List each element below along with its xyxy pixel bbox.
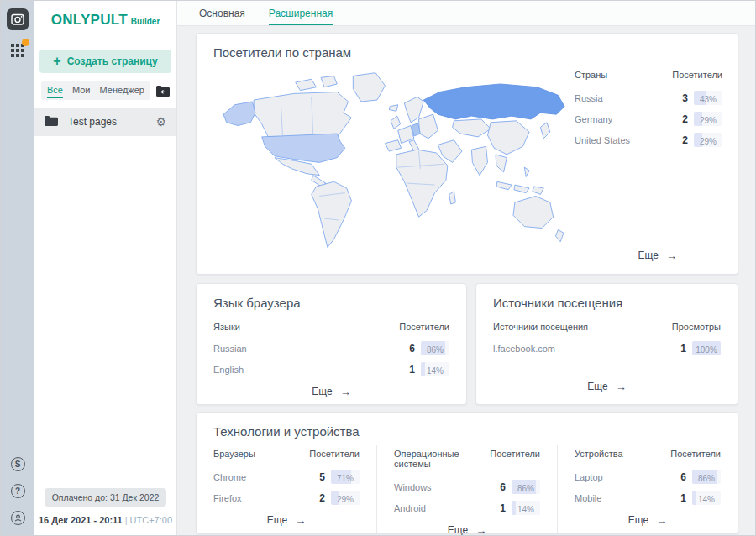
percent-badge: 100% — [692, 341, 721, 355]
card-tech-devices: Технологии и устройства Браузеры Посетит… — [196, 412, 738, 534]
country-stats: Страны Посетители Russia 3 43% Germany 2… — [575, 66, 722, 247]
card-browser-language: Язык браузера Языки Посетители Russian 6… — [196, 283, 467, 405]
table-row: Russia 3 43% — [575, 91, 722, 105]
tab-basic[interactable]: Основная — [199, 1, 245, 25]
table-row: English 1 14% — [213, 362, 449, 376]
filter-tab-mine[interactable]: Мои — [72, 85, 91, 98]
percent-badge: 86% — [421, 341, 449, 355]
percent-badge: 14% — [512, 501, 540, 515]
percent-badge: 14% — [692, 491, 721, 505]
folder-row-test-pages[interactable]: Test pages ⚙ — [34, 108, 176, 136]
logo: ONLYPULTBuilder — [34, 1, 176, 39]
folder-icon — [45, 114, 58, 129]
grid-squares — [11, 44, 24, 57]
icon-rail: S ? — [1, 1, 34, 535]
main-area: Основная Расширенная Посетители по стран… — [177, 1, 755, 535]
col-header-sources: Источники посещения — [493, 322, 588, 332]
logo-brand: ONLYPULT — [51, 12, 128, 28]
table-row: Firefox 2 29% — [213, 491, 360, 505]
col-header-browsers: Браузеры — [213, 449, 255, 459]
tech-column-devices: Устройства Посетители Laptop 6 86% Mobil… — [558, 445, 738, 533]
date-text: 16 Дек 2021 - 20:11 — [39, 515, 123, 525]
more-link-browsers[interactable]: Еще→ — [267, 514, 306, 527]
arrow-right-icon: → — [656, 514, 667, 527]
table-row: Mobile 1 14% — [575, 491, 721, 505]
tech-column-os: Операционные системы Посетители Windows … — [377, 445, 558, 533]
col-header-visitors: Посетители — [670, 449, 721, 459]
filter-row: Все Мои Менеджер — [41, 81, 170, 100]
arrow-right-icon: → — [475, 524, 486, 536]
col-header-devices: Устройства — [575, 449, 623, 459]
world-map — [212, 66, 575, 255]
table-row: Russian 6 86% — [213, 341, 449, 355]
more-link-sources[interactable]: Еще→ — [587, 381, 626, 393]
arrow-right-icon: → — [340, 386, 351, 398]
folder-label: Test pages — [68, 116, 117, 128]
app-window: S ? ONLYPULTBuilder + Создать страницу В… — [0, 0, 756, 536]
pages-panel: ONLYPULTBuilder + Создать страницу Все М… — [34, 1, 177, 535]
col-header-views: Просмотры — [672, 322, 721, 332]
col-header-visitors: Посетители — [490, 449, 540, 469]
help-icon[interactable]: ? — [11, 484, 25, 498]
col-header-visitors: Посетители — [399, 322, 449, 332]
card-title: Посетители по странам — [197, 34, 738, 66]
separator: | — [125, 515, 128, 525]
panel-bottom: Оплачено до: 31 Дек 2022 16 Дек 2021 - 2… — [34, 488, 176, 535]
more-link-devices[interactable]: Еще→ — [628, 514, 667, 527]
table-row: Laptop 6 86% — [575, 470, 721, 484]
apps-grid-icon[interactable] — [9, 42, 26, 59]
stats-tabbar: Основная Расширенная — [177, 1, 755, 26]
col-header-visitors: Посетители — [309, 449, 360, 459]
percent-badge: 29% — [694, 112, 722, 126]
card-title: Технологии и устройства — [197, 413, 738, 445]
create-page-button[interactable]: + Создать страницу — [39, 50, 171, 73]
percent-badge: 71% — [331, 470, 360, 484]
content: Посетители по странам — [177, 26, 755, 535]
filter-tab-manager[interactable]: Менеджер — [100, 85, 144, 98]
col-header-os: Операционные системы — [394, 449, 490, 469]
percent-badge: 86% — [512, 480, 540, 494]
card-visitors-by-country: Посетители по странам — [196, 33, 738, 275]
table-row: Android 1 14% — [394, 501, 540, 515]
percent-badge: 86% — [692, 470, 721, 484]
arrow-right-icon: → — [616, 381, 627, 393]
account-icon[interactable] — [11, 511, 25, 525]
card-traffic-sources: Источники посещения Источники посещения … — [475, 283, 738, 405]
add-folder-icon[interactable] — [156, 86, 170, 97]
table-row: United States 2 29% — [575, 133, 722, 147]
paid-until-badge: Оплачено до: 31 Дек 2022 — [45, 488, 167, 507]
map-russia — [423, 84, 564, 119]
folder-settings-gear-icon[interactable]: ⚙ — [155, 116, 166, 128]
percent-badge: 43% — [694, 91, 722, 105]
logo-suffix: Builder — [131, 17, 160, 26]
plus-icon: + — [53, 55, 60, 68]
instagram-camera-icon[interactable] — [7, 8, 29, 30]
billing-icon[interactable]: S — [11, 457, 25, 471]
card-title: Источники посещения — [476, 284, 738, 317]
card-title: Язык браузера — [197, 284, 466, 317]
table-row: Chrome 5 71% — [213, 470, 360, 484]
filter-tab-all[interactable]: Все — [47, 85, 63, 98]
create-page-label: Создать страницу — [67, 55, 158, 67]
percent-badge: 29% — [331, 491, 360, 505]
arrow-right-icon: → — [666, 250, 677, 262]
table-row: Germany 2 29% — [575, 112, 722, 126]
more-link-os[interactable]: Еще→ — [448, 524, 486, 536]
col-header-languages: Языки — [213, 322, 240, 332]
datetime: 16 Дек 2021 - 20:11|UTC+7:00 — [34, 515, 176, 525]
col-header-countries: Страны — [575, 70, 607, 80]
percent-badge: 29% — [694, 133, 722, 147]
arrow-right-icon: → — [295, 514, 306, 527]
more-link-countries[interactable]: Еще→ — [638, 250, 677, 262]
col-header-visitors: Посетители — [672, 70, 722, 80]
more-link-languages[interactable]: Еще→ — [312, 386, 350, 398]
percent-badge: 14% — [421, 362, 449, 376]
tech-column-browsers: Браузеры Посетители Chrome 5 71% Firefox… — [197, 445, 377, 533]
table-row: l.facebook.com 1 100% — [493, 341, 721, 355]
tab-advanced[interactable]: Расширенная — [269, 1, 333, 25]
filter-tabs: Все Мои Менеджер — [41, 81, 150, 100]
timezone: UTC+7:00 — [130, 515, 172, 525]
notification-dot — [22, 39, 29, 46]
table-row: Windows 6 86% — [394, 480, 540, 494]
